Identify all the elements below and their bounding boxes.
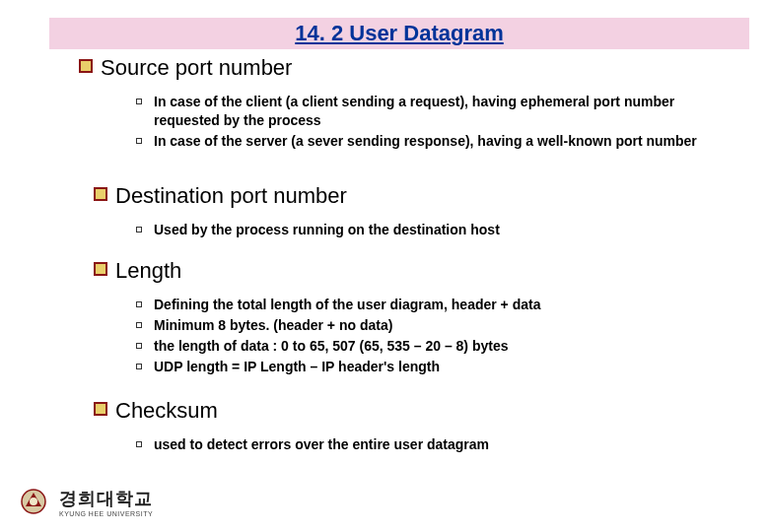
- sublist-checksum: used to detect errors over the entire us…: [136, 435, 489, 456]
- sublist-dest: Used by the process running on the desti…: [136, 221, 500, 241]
- bullet-minor-icon: [136, 364, 142, 369]
- logo-english: KYUNG HEE UNIVERSITY: [59, 510, 153, 517]
- list-text: the length of data : 0 to 65, 507 (65, 5…: [154, 337, 508, 356]
- list-item: Used by the process running on the desti…: [136, 221, 500, 239]
- university-logo: 경희대학교 KYUNG HEE UNIVERSITY: [14, 485, 153, 518]
- list-item: UDP length = IP Length – IP header's len…: [136, 358, 540, 376]
- list-text: In case of the client (a client sending …: [154, 93, 726, 130]
- bullet-minor-icon: [136, 301, 142, 307]
- title-bar: 14. 2 User Datagram: [49, 18, 749, 49]
- bullet-minor-icon: [136, 322, 142, 328]
- heading-checksum: Checksum: [115, 398, 218, 424]
- slide-title: 14. 2 User Datagram: [295, 21, 504, 46]
- list-item: Defining the total length of the user di…: [136, 296, 540, 314]
- heading-source: Source port number: [101, 55, 292, 81]
- list-text: Defining the total length of the user di…: [154, 296, 540, 314]
- svg-point-1: [30, 498, 37, 505]
- emblem-icon: [14, 485, 53, 518]
- bullet-minor-icon: [136, 343, 142, 349]
- bullet-minor-icon: [136, 99, 142, 104]
- section-length: Length: [94, 258, 181, 284]
- list-item: In case of the client (a client sending …: [136, 93, 726, 130]
- sublist-source: In case of the client (a client sending …: [136, 93, 726, 153]
- sublist-length: Defining the total length of the user di…: [136, 296, 540, 378]
- bullet-minor-icon: [136, 227, 142, 233]
- list-item: Minimum 8 bytes. (header + no data): [136, 316, 540, 335]
- section-dest: Destination port number: [94, 183, 347, 209]
- bullet-minor-icon: [136, 441, 142, 447]
- bullet-major-icon: [79, 59, 93, 73]
- logo-text-block: 경희대학교 KYUNG HEE UNIVERSITY: [59, 487, 153, 517]
- bullet-minor-icon: [136, 138, 142, 144]
- section-source: Source port number: [79, 55, 292, 81]
- logo-korean: 경희대학교: [59, 489, 153, 508]
- list-item: used to detect errors over the entire us…: [136, 435, 489, 454]
- list-text: Minimum 8 bytes. (header + no data): [154, 316, 392, 335]
- list-item: In case of the server (a sever sending r…: [136, 132, 726, 151]
- section-checksum: Checksum: [94, 398, 218, 424]
- bullet-major-icon: [94, 402, 107, 416]
- bullet-major-icon: [94, 187, 107, 201]
- list-text: used to detect errors over the entire us…: [154, 435, 489, 454]
- list-text: In case of the server (a sever sending r…: [154, 132, 697, 151]
- list-text: Used by the process running on the desti…: [154, 221, 500, 239]
- list-text: UDP length = IP Length – IP header's len…: [154, 358, 440, 376]
- list-item: the length of data : 0 to 65, 507 (65, 5…: [136, 337, 540, 356]
- heading-length: Length: [115, 258, 181, 284]
- heading-dest: Destination port number: [115, 183, 347, 209]
- bullet-major-icon: [94, 262, 107, 276]
